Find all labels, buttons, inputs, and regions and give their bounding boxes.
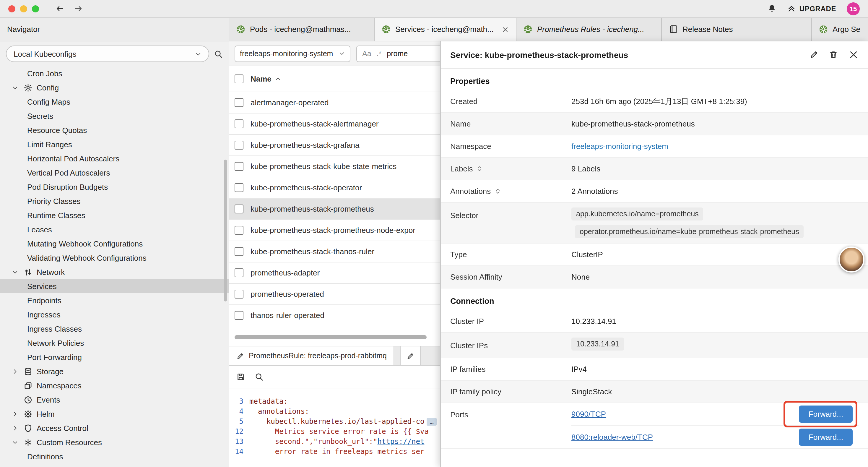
tab-services-icecheng-math[interactable]: Services - icecheng@math... bbox=[375, 18, 517, 41]
expander-icon[interactable] bbox=[12, 269, 20, 275]
row-checkbox[interactable] bbox=[235, 119, 243, 128]
edit-service-icon[interactable] bbox=[809, 50, 818, 59]
match-case-toggle[interactable]: Aa bbox=[362, 49, 371, 58]
forward-button[interactable]: Forward... bbox=[799, 406, 852, 423]
forward-button[interactable]: Forward... bbox=[799, 428, 852, 445]
close-window-button[interactable] bbox=[8, 5, 16, 12]
sidebar-item-events[interactable]: Events bbox=[0, 392, 229, 407]
navigator-label: Navigator bbox=[7, 25, 40, 34]
sidebar-item-validating-webhook-configurations[interactable]: Validating Webhook Configurations bbox=[0, 251, 229, 265]
dock-tab-partial[interactable] bbox=[400, 346, 421, 365]
sidebar-item-runtime-classes[interactable]: Runtime Classes bbox=[0, 208, 229, 222]
sidebar-item-limit-ranges[interactable]: Limit Ranges bbox=[0, 137, 229, 151]
close-drawer-icon[interactable] bbox=[848, 50, 859, 60]
namespace-select[interactable]: freeleaps-monitoring-system bbox=[235, 45, 350, 62]
sidebar-item-endpoints[interactable]: Endpoints bbox=[0, 293, 229, 308]
sidebar-item-network[interactable]: Network bbox=[0, 265, 229, 279]
notifications-bell-icon[interactable] bbox=[768, 4, 776, 13]
sidebar-search-icon[interactable] bbox=[214, 49, 223, 58]
sidebar-item-access-control[interactable]: Access Control bbox=[0, 421, 229, 435]
close-icon[interactable] bbox=[502, 26, 509, 33]
table-row[interactable]: kube-prometheus-stack-grafana bbox=[229, 135, 440, 156]
avatar[interactable] bbox=[838, 246, 864, 272]
sidebar-item-mutating-webhook-configurations[interactable]: Mutating Webhook Configurations bbox=[0, 236, 229, 251]
horizontal-scrollbar[interactable] bbox=[235, 335, 427, 339]
editor-search-icon[interactable] bbox=[255, 372, 264, 381]
table-row[interactable]: kube-prometheus-stack-alertmanager bbox=[229, 114, 440, 135]
row-checkbox[interactable] bbox=[235, 183, 243, 192]
name-column-header[interactable]: Name bbox=[251, 75, 282, 83]
sidebar-item-config[interactable]: Config bbox=[0, 80, 229, 95]
sidebar-item-secrets[interactable]: Secrets bbox=[0, 109, 229, 123]
sidebar-item-custom-resources[interactable]: Custom Resources bbox=[0, 435, 229, 449]
table-row[interactable]: kube-prometheus-stack-prometheus bbox=[229, 199, 440, 220]
table-row[interactable]: kube-prometheus-stack-operator bbox=[229, 177, 440, 199]
sidebar-item-storage[interactable]: Storage bbox=[0, 364, 229, 378]
tab-argo-se[interactable]: Argo Se bbox=[812, 18, 868, 41]
sidebar-item-horizontal-pod-autoscalers[interactable]: Horizontal Pod Autoscalers bbox=[0, 151, 229, 166]
sidebar-item-resource-quotas[interactable]: Resource Quotas bbox=[0, 123, 229, 137]
expand-toggle-icon[interactable] bbox=[494, 188, 501, 195]
table-row[interactable]: thanos-ruler-operated bbox=[229, 305, 440, 326]
row-checkbox[interactable] bbox=[235, 311, 243, 320]
dock-tab-prometheusrule[interactable]: PrometheusRule: freeleaps-prod-rabbitmq bbox=[229, 346, 395, 365]
port-link[interactable]: 8080:reloader-web/TCP bbox=[571, 432, 653, 441]
sidebar-item-vertical-pod-autoscalers[interactable]: Vertical Pod Autoscalers bbox=[0, 166, 229, 180]
search-input[interactable]: Aa .* prome bbox=[356, 45, 440, 62]
expander-icon[interactable] bbox=[12, 439, 20, 445]
sidebar-item-leases[interactable]: Leases bbox=[0, 222, 229, 236]
forward-nav-button[interactable] bbox=[74, 4, 83, 13]
row-checkbox[interactable] bbox=[235, 141, 243, 150]
expander-icon[interactable] bbox=[12, 368, 20, 375]
sidebar-item-priority-classes[interactable]: Priority Classes bbox=[0, 194, 229, 208]
zoom-window-button[interactable] bbox=[32, 5, 39, 12]
table-row[interactable]: prometheus-adapter bbox=[229, 262, 440, 284]
sidebar-item-namespaces[interactable]: Namespaces bbox=[0, 378, 229, 392]
sidebar-item-ingress-classes[interactable]: Ingress Classes bbox=[0, 322, 229, 336]
sidebar-item-network-policies[interactable]: Network Policies bbox=[0, 336, 229, 350]
table-row[interactable]: kube-prometheus-stack-thanos-ruler bbox=[229, 241, 440, 262]
sidebar-item-helm[interactable]: Helm bbox=[0, 407, 229, 421]
row-checkbox[interactable] bbox=[235, 205, 243, 213]
sidebar-item-pod-disruption-budgets[interactable]: Pod Disruption Budgets bbox=[0, 180, 229, 194]
minimize-window-button[interactable] bbox=[20, 5, 27, 12]
sidebar-item-ingresses[interactable]: Ingresses bbox=[0, 308, 229, 322]
sidebar-item-cron-jobs[interactable]: Cron Jobs bbox=[0, 66, 229, 80]
row-checkbox[interactable] bbox=[235, 226, 243, 235]
select-all-checkbox[interactable] bbox=[235, 75, 243, 83]
kubeconfig-select[interactable]: Local Kubeconfigs bbox=[6, 46, 209, 62]
namespace-link[interactable]: freeleaps-monitoring-system bbox=[571, 142, 668, 151]
tab-pods-icecheng-mathmas[interactable]: Pods - icecheng@mathmas... bbox=[229, 18, 375, 41]
regex-toggle[interactable]: .* bbox=[377, 49, 382, 58]
sidebar-scrollbar[interactable] bbox=[224, 159, 227, 301]
port-link[interactable]: 9090/TCP bbox=[571, 410, 606, 418]
editor[interactable]: 3metadata:4 annotations:5 kubectl.kubern… bbox=[229, 388, 440, 467]
row-checkbox[interactable] bbox=[235, 162, 243, 171]
back-button[interactable] bbox=[56, 4, 64, 13]
sidebar-item-port-forwarding[interactable]: Port Forwarding bbox=[0, 350, 229, 364]
notification-count-badge[interactable]: 15 bbox=[847, 2, 860, 15]
table-row[interactable]: prometheus-operated bbox=[229, 284, 440, 305]
expander-icon[interactable] bbox=[12, 411, 20, 417]
sidebar-item-label: Network bbox=[37, 267, 65, 276]
sidebar-item-definitions[interactable]: Definitions bbox=[0, 449, 229, 463]
fold-indicator[interactable]: … bbox=[427, 418, 436, 426]
upgrade-button[interactable]: UPGRADE bbox=[787, 4, 836, 13]
expander-icon[interactable] bbox=[12, 84, 20, 91]
tab-prometheus-rules-icecheng[interactable]: Prometheus Rules - icecheng... bbox=[517, 18, 662, 41]
table-row[interactable]: alertmanager-operated bbox=[229, 92, 440, 114]
row-checkbox[interactable] bbox=[235, 268, 243, 277]
row-checkbox[interactable] bbox=[235, 98, 243, 107]
save-icon[interactable] bbox=[236, 372, 245, 381]
row-checkbox[interactable] bbox=[235, 247, 243, 256]
table-row[interactable]: kube-prometheus-stack-kube-state-metrics bbox=[229, 156, 440, 177]
tab-release-notes[interactable]: Release Notes bbox=[662, 18, 812, 41]
delete-service-icon[interactable] bbox=[829, 50, 838, 59]
table-row[interactable]: kube-prometheus-stack-prometheus-node-ex… bbox=[229, 220, 440, 241]
row-checkbox[interactable] bbox=[235, 290, 243, 298]
expand-toggle-icon[interactable] bbox=[476, 166, 483, 172]
sidebar-item-services[interactable]: Services bbox=[0, 279, 229, 293]
shield-icon bbox=[24, 424, 32, 432]
sidebar-item-config-maps[interactable]: Config Maps bbox=[0, 95, 229, 109]
expander-icon[interactable] bbox=[12, 425, 20, 431]
